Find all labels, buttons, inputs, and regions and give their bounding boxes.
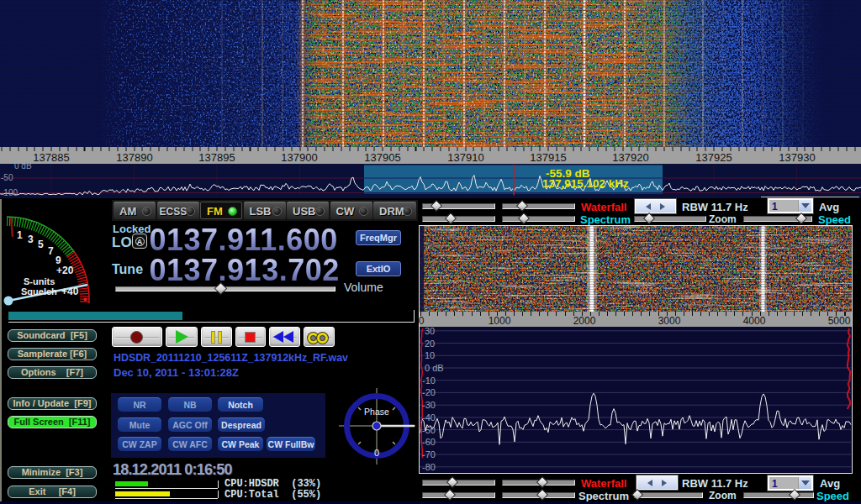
svg-text:Phase: Phase [364,407,389,417]
svg-text:0: 0 [374,448,379,458]
